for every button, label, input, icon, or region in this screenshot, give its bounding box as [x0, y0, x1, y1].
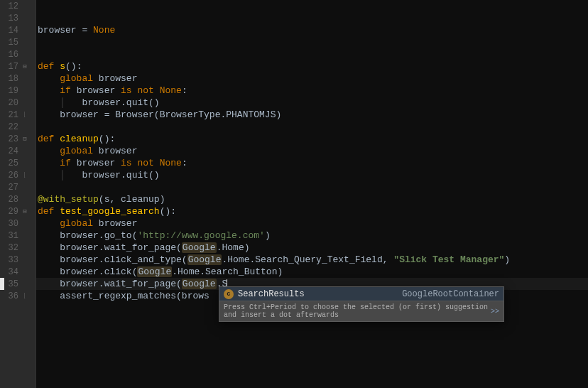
token-ident: browser.quit() [82, 97, 159, 108]
gutter-row: 34 [0, 266, 36, 278]
gutter-row: 30 [0, 217, 36, 230]
fold-marker[interactable] [20, 208, 30, 215]
fold-marker[interactable] [20, 292, 30, 300]
code-line[interactable]: global browser [36, 217, 588, 230]
token-str: 'http://www.google.com' [137, 230, 264, 241]
token-ident: .Home.Search_Query_Text_Field [222, 254, 382, 265]
code-line[interactable]: def s(): [36, 60, 588, 72]
code-line[interactable] [36, 121, 588, 133]
fold-marker[interactable] [20, 63, 30, 70]
line-number: 20 [4, 98, 18, 108]
token-ident: browser [99, 218, 138, 229]
code-line[interactable]: │ browser.quit() [36, 169, 588, 181]
token-indent [38, 109, 60, 120]
token-ident: cleanup) [121, 194, 165, 205]
code-line[interactable]: def test_google_search(): [36, 205, 588, 217]
code-line[interactable]: @with_setup(s, cleanup) [36, 193, 588, 205]
autocomplete-label: SearchResults [238, 289, 305, 299]
token-indent [38, 85, 60, 96]
gutter-row: 12 [0, 0, 36, 12]
line-number: 36 [4, 291, 18, 301]
token-kw: is not [121, 158, 160, 168]
gutter-row: 29 [0, 205, 36, 217]
autocomplete-item[interactable]: cSearchResultsGoogleRootContainer [219, 287, 503, 301]
code-line[interactable] [36, 36, 588, 48]
token-kw: global [60, 218, 99, 229]
code-line[interactable]: │ browser.quit() [36, 97, 588, 109]
code-line[interactable]: global browser [36, 145, 588, 157]
token-kw: def [38, 61, 60, 72]
gutter-row: 27 [0, 181, 36, 193]
token-punc: (): [160, 206, 176, 217]
token-indent [38, 97, 60, 108]
code-line[interactable]: global browser [36, 72, 588, 85]
autocomplete-hint: Press Ctrl+Period to choose the selected… [219, 301, 503, 321]
token-punc: (): [99, 134, 115, 144]
code-line[interactable]: if browser is not None: [36, 85, 588, 97]
code-line[interactable]: browser.click_and_type(Google.Home.Searc… [36, 254, 588, 266]
token-indent [38, 279, 60, 289]
gutter-row: 22 [0, 121, 36, 133]
gutter-row: 36 [0, 290, 36, 302]
token-ident: assert_regexp_matches(brows [60, 291, 209, 301]
line-number: 30 [4, 219, 18, 229]
token-dec: @with_setup [38, 194, 99, 205]
token-ident: browser.wait_for_page( [60, 242, 182, 253]
code-line[interactable]: browser.wait_for_page(Google.Home) [36, 242, 588, 254]
token-hl: Google [182, 279, 217, 289]
code-line[interactable] [36, 12, 588, 24]
token-kw: is not [121, 85, 160, 96]
code-line[interactable] [36, 181, 588, 193]
token-punc: (): [65, 61, 82, 72]
token-punc: (s [99, 194, 110, 205]
token-indent [38, 266, 60, 277]
gutter-row: 13 [0, 12, 36, 24]
token-ident: browser [99, 73, 138, 84]
gutter-row: 20 [0, 97, 36, 109]
line-number: 28 [4, 195, 18, 205]
line-number: 22 [4, 122, 18, 132]
token-ident: browser.go_to( [60, 230, 137, 241]
gutter-row: 19 [0, 85, 36, 97]
token-hl: Google [137, 266, 172, 277]
token-punc: , [109, 194, 121, 205]
token-ident: browser [77, 158, 121, 168]
code-area[interactable]: browser = Nonedef s(): global browser if… [36, 0, 588, 388]
line-number: 27 [4, 183, 18, 193]
fold-marker[interactable] [20, 111, 30, 119]
token-indent [38, 170, 60, 180]
token-guide: │ [60, 170, 82, 180]
token-fn: s [60, 61, 65, 72]
gutter-row: 23 [0, 133, 36, 145]
gutter-row: 32 [0, 242, 36, 254]
code-line[interactable]: browser = None [36, 24, 588, 36]
code-line[interactable]: browser.go_to('http://www.google.com') [36, 230, 588, 242]
code-line[interactable]: browser.click(Google.Home.Search_Button) [36, 266, 588, 278]
gutter-row: 24 [0, 145, 36, 157]
gutter-row: 21 [0, 109, 36, 121]
code-line[interactable]: browser = Browser(BrowserType.PHANTOMJS) [36, 109, 588, 121]
fold-marker[interactable] [20, 171, 30, 179]
token-hl: Google [182, 242, 217, 253]
code-line[interactable]: if browser is not None: [36, 157, 588, 169]
line-number: 31 [4, 231, 18, 241]
code-line[interactable] [36, 0, 588, 12]
code-editor[interactable]: 1213141516171819202122232425262728293031… [0, 0, 588, 388]
gutter-row: 31 [0, 230, 36, 242]
line-number: 32 [4, 243, 18, 253]
gutter-row: 25 [0, 157, 36, 169]
autocomplete-popup[interactable]: cSearchResultsGoogleRootContainerPress C… [219, 286, 504, 322]
gutter-row: 14 [0, 24, 36, 36]
token-none-kw: None [160, 85, 182, 96]
line-number: 18 [4, 74, 18, 84]
fold-marker[interactable] [20, 135, 30, 143]
code-line[interactable] [36, 48, 588, 60]
token-punc: : [182, 85, 187, 96]
token-kw: if [60, 158, 76, 168]
autocomplete-hint-text: Press Ctrl+Period to choose the selected… [224, 303, 491, 319]
token-punc: ) [265, 230, 271, 241]
token-none-kw: None [93, 25, 115, 36]
code-line[interactable]: def cleanup(): [36, 133, 588, 145]
autocomplete-hint-more-icon[interactable]: >> [491, 308, 499, 316]
token-punc: : [182, 158, 187, 168]
